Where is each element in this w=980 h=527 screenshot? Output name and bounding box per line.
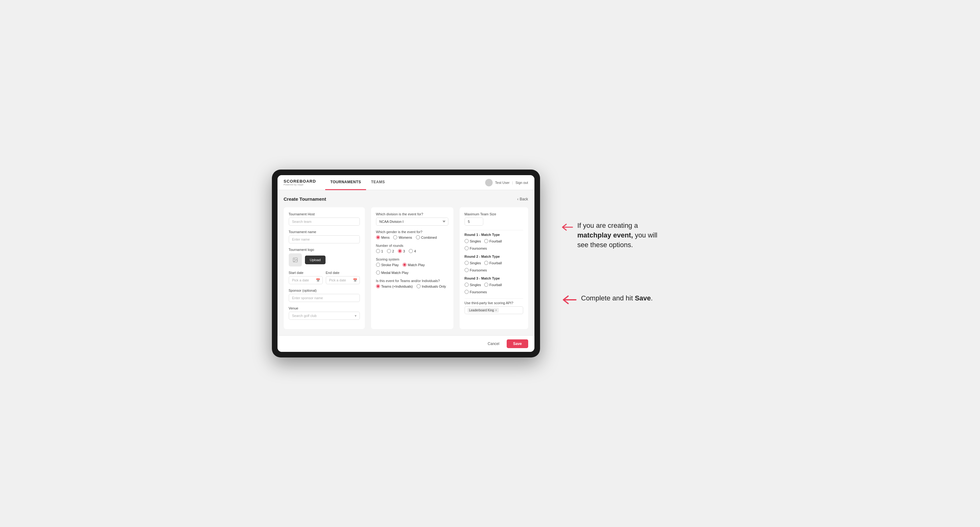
max-team-size-input[interactable] [465,217,483,225]
scoring-label: Scoring system [376,257,449,261]
round1-match-group: Round 1 - Match Type Singles Fourball [465,233,523,250]
date-row: Start date 📅 End date [289,271,360,284]
venue-group: Venue ▼ [289,306,360,320]
scoring-stroke[interactable]: Stroke Play [376,263,399,267]
venue-chevron-icon: ▼ [354,314,357,317]
form-footer: Cancel Save [277,335,535,352]
division-select[interactable]: NCAA Division I [376,217,449,225]
nav-tab-tournaments[interactable]: TOURNAMENTS [325,175,366,190]
nav-bar: SCOREBOARD Powered by clippt TOURNAMENTS… [277,175,535,190]
arrow-left-save-icon [559,294,578,306]
tournament-name-group: Tournament name [289,230,360,243]
round1-singles[interactable]: Singles [465,239,481,243]
end-date-wrap: 📅 [326,276,360,284]
round1-fourball[interactable]: Fourball [484,239,502,243]
back-button[interactable]: ‹ Back [517,197,528,201]
tournament-host-group: Tournament Host [289,212,360,225]
rounds-label: Number of rounds [376,244,449,248]
teams-group: Is this event for Teams and/or Individua… [376,279,449,288]
round-4[interactable]: 4 [409,249,416,253]
date-group: Start date 📅 End date [289,271,360,284]
sponsor-label: Sponsor (optional) [289,289,360,292]
scoring-medal[interactable]: Medal Match Play [376,270,409,275]
division-label: Which division is the event for? [376,212,449,216]
third-party-label: Use third-party live scoring API? [465,301,523,305]
tablet-frame: SCOREBOARD Powered by clippt TOURNAMENTS… [272,170,540,357]
form-grid: Tournament Host Tournament name Tourname… [284,207,528,329]
max-team-size-group: Maximum Team Size [465,212,523,225]
third-party-tag: Leaderboard King × [468,308,499,313]
right-form-section: Maximum Team Size Round 1 - Match Type S… [460,207,528,329]
nav-tab-teams[interactable]: TEAMS [366,175,390,190]
logo-upload-area: Upload [289,253,360,267]
user-name: Test User [495,181,509,184]
round1-label: Round 1 - Match Type [465,233,523,237]
individuals-option[interactable]: Individuals Only [417,284,446,288]
venue-input[interactable] [289,312,360,320]
round3-foursomes[interactable]: Foursomes [465,290,487,294]
annotation-save-suffix: . [651,294,652,302]
calendar-icon: 📅 [316,278,320,283]
round2-fourball[interactable]: Fourball [484,261,502,265]
tablet-screen: SCOREBOARD Powered by clippt TOURNAMENTS… [277,175,535,352]
round2-singles[interactable]: Singles [465,261,481,265]
remove-tag-button[interactable]: × [495,308,497,312]
round-1[interactable]: 1 [376,249,383,253]
start-date-group: Start date 📅 [289,271,323,284]
tournament-logo-group: Tournament logo Upload [289,248,360,267]
save-button[interactable]: Save [507,340,528,348]
annotation-save-bold: Save [635,294,651,302]
round3-fourball[interactable]: Fourball [484,283,502,287]
upload-button[interactable]: Upload [305,256,326,264]
tournament-host-input[interactable] [289,217,360,225]
max-team-size-label: Maximum Team Size [465,212,523,216]
sponsor-input[interactable] [289,294,360,302]
round-2[interactable]: 2 [387,249,394,253]
gender-mens[interactable]: Mens [376,235,390,239]
round-3[interactable]: 3 [398,249,405,253]
annotation-matchplay: If you are creating a matchplay event, y… [559,221,659,250]
brand-subtitle: Powered by clippt [284,184,316,186]
round1-radio-group: Singles Fourball Foursomes [465,239,523,250]
teams-option[interactable]: Teams (+Individuals) [376,284,413,288]
round2-match-group: Round 2 - Match Type Singles Fourball [465,255,523,272]
left-form-section: Tournament Host Tournament name Tourname… [284,207,365,329]
scoring-radio-group: Stroke Play Match Play Medal Match Play [376,263,449,275]
annotation-save: Complete and hit Save. [559,294,659,306]
round2-radio-group: Singles Fourball Foursomes [465,261,523,272]
division-group: Which division is the event for? NCAA Di… [376,212,449,225]
gender-combined[interactable]: Combined [416,235,437,239]
cancel-button[interactable]: Cancel [483,340,504,348]
round2-label: Round 2 - Match Type [465,255,523,258]
middle-form-section: Which division is the event for? NCAA Di… [371,207,453,329]
venue-label: Venue [289,306,360,310]
tournament-logo-label: Tournament logo [289,248,360,251]
sponsor-group: Sponsor (optional) [289,289,360,302]
scoring-group: Scoring system Stroke Play Match Play [376,257,449,275]
round1-foursomes[interactable]: Foursomes [465,246,487,250]
round3-match-group: Round 3 - Match Type Singles Fourball [465,276,523,294]
third-party-group: Use third-party live scoring API? Leader… [465,301,523,314]
rounds-group: Number of rounds 1 2 [376,244,449,253]
annotation-matchplay-prefix: If you are creating a [578,222,638,229]
gender-group: Which gender is the event for? Mens Wome… [376,230,449,239]
page-title: Create Tournament [284,196,326,202]
sign-out-link[interactable]: Sign out [515,181,528,184]
third-party-tag-input[interactable]: Leaderboard King × [465,306,523,314]
rounds-radio-group: 1 2 3 [376,249,449,253]
scoring-match[interactable]: Match Play [402,263,425,267]
gender-womens[interactable]: Womens [393,235,412,239]
tournament-name-input[interactable] [289,235,360,243]
end-date-label: End date [326,271,360,275]
start-date-wrap: 📅 [289,276,323,284]
teams-radio-group: Teams (+Individuals) Individuals Only [376,284,449,288]
gender-radio-group: Mens Womens Combined [376,235,449,239]
tournament-name-label: Tournament name [289,230,360,234]
page-header: Create Tournament ‹ Back [284,196,528,202]
round3-label: Round 3 - Match Type [465,276,523,280]
round2-foursomes[interactable]: Foursomes [465,268,487,272]
arrow-left-icon [559,221,574,233]
nav-right: Test User | Sign out [485,179,528,186]
calendar-icon-2: 📅 [353,278,357,283]
round3-singles[interactable]: Singles [465,283,481,287]
